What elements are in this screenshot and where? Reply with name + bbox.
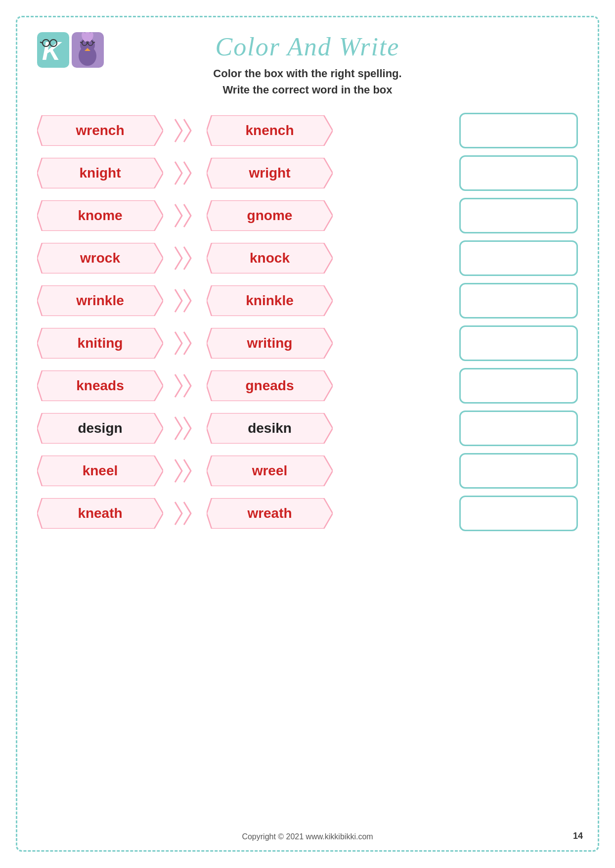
page: K [16, 16, 599, 852]
arrow-word-6-1: kneads [37, 370, 163, 401]
answer-box[interactable] [459, 155, 578, 191]
page-number: 14 [573, 831, 583, 841]
double-arrow [171, 158, 199, 188]
word-rows-container: wrench knench knight wri [37, 113, 578, 531]
footer: Copyright © 2021 www.kikkibikki.com [17, 832, 598, 841]
answer-box[interactable] [459, 368, 578, 404]
arrow-word-3-2: knock [207, 243, 333, 274]
arrow-word-0-2: knench [207, 115, 333, 146]
word-row: wrench knench [37, 113, 578, 148]
arrow-word-6-2: gneads [207, 370, 333, 401]
logo-svg: K [37, 32, 106, 73]
word-row: wrinkle kninkle [37, 283, 578, 319]
double-arrow [171, 413, 199, 444]
svg-text:K: K [42, 37, 62, 65]
arrow-word-4-2: kninkle [207, 285, 333, 316]
double-arrow [171, 115, 199, 146]
arrow-word-9-2: wreath [207, 498, 333, 529]
arrow-word-2-2: gnome [207, 200, 333, 231]
subtitle: Color the box with the right spelling. W… [37, 65, 578, 98]
word-row: kneads gneads [37, 368, 578, 404]
word-row: wrock knock [37, 240, 578, 276]
word-row: kneel wreel [37, 453, 578, 489]
arrow-word-7-1: design [37, 413, 163, 444]
arrow-word-5-1: kniting [37, 328, 163, 359]
arrow-word-8-1: kneel [37, 456, 163, 486]
arrow-word-4-1: wrinkle [37, 285, 163, 316]
answer-box[interactable] [459, 453, 578, 489]
page-title: Color And Write [37, 32, 578, 61]
header: K [37, 32, 578, 98]
double-arrow [171, 456, 199, 486]
word-row: knome gnome [37, 198, 578, 233]
answer-box[interactable] [459, 240, 578, 276]
double-arrow [171, 285, 199, 316]
double-arrow [171, 328, 199, 359]
word-row: knight wright [37, 155, 578, 191]
subtitle-line1: Color the box with the right spelling. [37, 65, 578, 82]
logo: K [37, 32, 106, 73]
arrow-word-1-1: knight [37, 158, 163, 188]
answer-box[interactable] [459, 411, 578, 446]
arrow-word-1-2: wright [207, 158, 333, 188]
arrow-word-7-2: desikn [207, 413, 333, 444]
arrow-word-9-1: kneath [37, 498, 163, 529]
answer-box[interactable] [459, 283, 578, 319]
arrow-word-2-1: knome [37, 200, 163, 231]
arrow-word-5-2: writing [207, 328, 333, 359]
copyright-text: Copyright © 2021 www.kikkibikki.com [242, 832, 373, 841]
subtitle-line2: Write the correct word in the box [37, 82, 578, 98]
arrow-word-3-1: wrock [37, 243, 163, 274]
title-area: Color And Write Color the box with the r… [37, 32, 578, 98]
double-arrow [171, 200, 199, 231]
answer-box[interactable] [459, 325, 578, 361]
answer-box[interactable] [459, 496, 578, 531]
double-arrow [171, 498, 199, 529]
arrow-word-8-2: wreel [207, 456, 333, 486]
word-row: kneath wreath [37, 496, 578, 531]
double-arrow [171, 243, 199, 274]
double-arrow [171, 370, 199, 401]
word-row: kniting writing [37, 325, 578, 361]
answer-box[interactable] [459, 198, 578, 233]
arrow-word-0-1: wrench [37, 115, 163, 146]
answer-box[interactable] [459, 113, 578, 148]
word-row: design desikn [37, 411, 578, 446]
